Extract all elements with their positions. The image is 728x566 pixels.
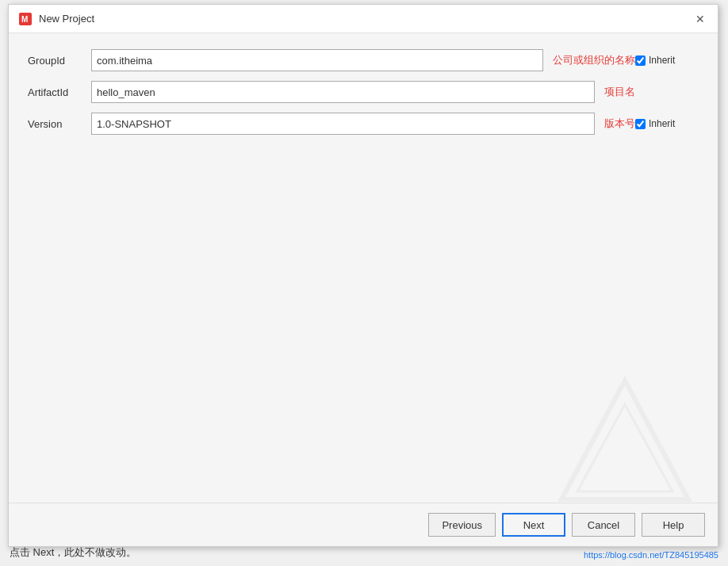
dialog-content: GroupId 公司或组织的名称 Inherit ArtifactId 项目名	[9, 33, 718, 503]
groupid-row: GroupId 公司或组织的名称 Inherit	[28, 49, 699, 71]
groupid-inherit-label[interactable]: Inherit	[635, 55, 699, 66]
bottom-url: https://blog.csdn.net/TZ845195485	[584, 550, 718, 560]
artifactid-input[interactable]	[91, 81, 595, 103]
groupid-label: GroupId	[28, 55, 91, 67]
version-inherit-label[interactable]: Inherit	[635, 118, 699, 129]
new-project-dialog: M New Project ✕ GroupId 公司或组织的名称 Inherit	[8, 4, 718, 547]
artifactid-annotation: 项目名	[604, 85, 635, 99]
groupid-inherit-text: Inherit	[649, 55, 675, 66]
close-button[interactable]: ✕	[692, 11, 708, 27]
groupid-inherit-checkbox[interactable]	[635, 55, 646, 66]
groupid-annotation: 公司或组织的名称	[553, 53, 635, 67]
artifactid-label: ArtifactId	[28, 86, 91, 98]
groupid-input[interactable]	[91, 49, 543, 71]
version-row: Version 版本号 Inherit	[28, 113, 699, 135]
version-input-wrapper: 版本号	[91, 113, 635, 135]
dialog-footer: Previous Next Cancel Help	[9, 503, 718, 546]
screen: M New Project ✕ GroupId 公司或组织的名称 Inherit	[0, 0, 728, 566]
next-button[interactable]: Next	[502, 513, 565, 537]
title-bar-left: M New Project	[18, 12, 94, 26]
version-inherit-checkbox[interactable]	[635, 119, 646, 129]
artifactid-input-wrapper: 项目名	[91, 81, 635, 103]
version-input[interactable]	[91, 113, 595, 135]
previous-button[interactable]: Previous	[428, 513, 496, 537]
dialog-title: New Project	[39, 13, 94, 25]
title-bar: M New Project ✕	[9, 5, 718, 33]
version-label: Version	[28, 118, 91, 130]
version-inherit-text: Inherit	[649, 118, 675, 129]
app-icon: M	[18, 12, 33, 26]
svg-text:M: M	[21, 15, 28, 24]
bottom-caption: 点击 Next，此处不做改动。	[10, 545, 136, 560]
help-button[interactable]: Help	[642, 513, 705, 537]
artifactid-row: ArtifactId 项目名	[28, 81, 699, 103]
version-annotation: 版本号	[604, 117, 635, 131]
groupid-input-wrapper: 公司或组织的名称	[91, 49, 635, 71]
cancel-button[interactable]: Cancel	[572, 513, 635, 537]
